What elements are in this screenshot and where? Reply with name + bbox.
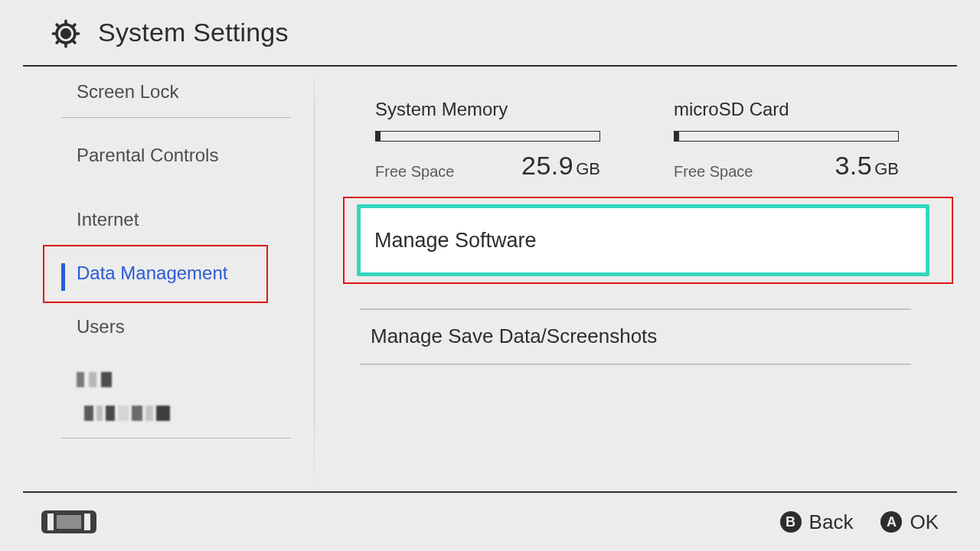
storage-info: Free Space 3.5 GB (674, 151, 899, 181)
free-space-unit: GB (576, 159, 600, 179)
redacted-item (77, 372, 119, 387)
storage-system: System Memory Free Space 25.9 GB (375, 99, 600, 181)
free-space-label: Free Space (375, 163, 454, 181)
controller-icon[interactable] (41, 510, 96, 533)
header: System Settings (23, 0, 957, 67)
free-space-unit: GB (874, 159, 899, 179)
storage-bar-fill (675, 132, 679, 141)
redacted-item (84, 406, 170, 421)
free-space-value: 3.5 GB (835, 151, 899, 181)
divider (61, 438, 291, 439)
option-label: Manage Save Data/Screenshots (371, 324, 657, 348)
b-button-icon: B (780, 511, 802, 533)
page-title: System Settings (98, 18, 289, 47)
sidebar-item-screen-lock[interactable]: Screen Lock (0, 67, 314, 117)
sidebar-item-users[interactable]: Users (0, 300, 314, 354)
option-manage-save-data[interactable]: Manage Save Data/Screenshots (360, 308, 911, 364)
back-action[interactable]: B Back (780, 510, 854, 534)
sidebar-item-parental-controls[interactable]: Parental Controls (0, 118, 314, 193)
storage-row: System Memory Free Space 25.9 GB microSD… (375, 99, 919, 181)
ok-action[interactable]: A OK (880, 510, 939, 534)
free-space-label: Free Space (674, 163, 753, 181)
footer: B Back A OK (23, 491, 957, 551)
storage-bar (674, 131, 899, 142)
a-button-icon: A (880, 511, 902, 533)
free-space-number: 25.9 (521, 151, 573, 181)
storage-title: System Memory (375, 99, 600, 120)
free-space-value: 25.9 GB (521, 151, 600, 181)
storage-sd: microSD Card Free Space 3.5 GB (674, 99, 899, 181)
free-space-number: 3.5 (835, 151, 872, 181)
svg-point-0 (62, 29, 70, 37)
storage-bar-fill (376, 132, 381, 141)
selection-bar (61, 263, 65, 291)
gear-icon (51, 18, 81, 49)
option-manage-software[interactable]: Manage Software (357, 204, 929, 276)
sidebar-item-data-management[interactable]: Data Management (0, 246, 314, 300)
ok-label: OK (910, 510, 939, 534)
footer-actions: B Back A OK (780, 510, 939, 534)
option-label: Manage Software (374, 229, 537, 253)
sidebar: Screen Lock Parental Controls Internet D… (0, 67, 314, 491)
divider (360, 364, 911, 365)
back-label: Back (809, 510, 854, 534)
sidebar-item-label: Data Management (77, 262, 227, 284)
storage-title: microSD Card (674, 99, 899, 120)
storage-info: Free Space 25.9 GB (375, 151, 600, 181)
storage-bar (375, 131, 600, 142)
main-panel: System Memory Free Space 25.9 GB microSD… (314, 67, 980, 491)
sidebar-item-internet[interactable]: Internet (0, 193, 314, 246)
